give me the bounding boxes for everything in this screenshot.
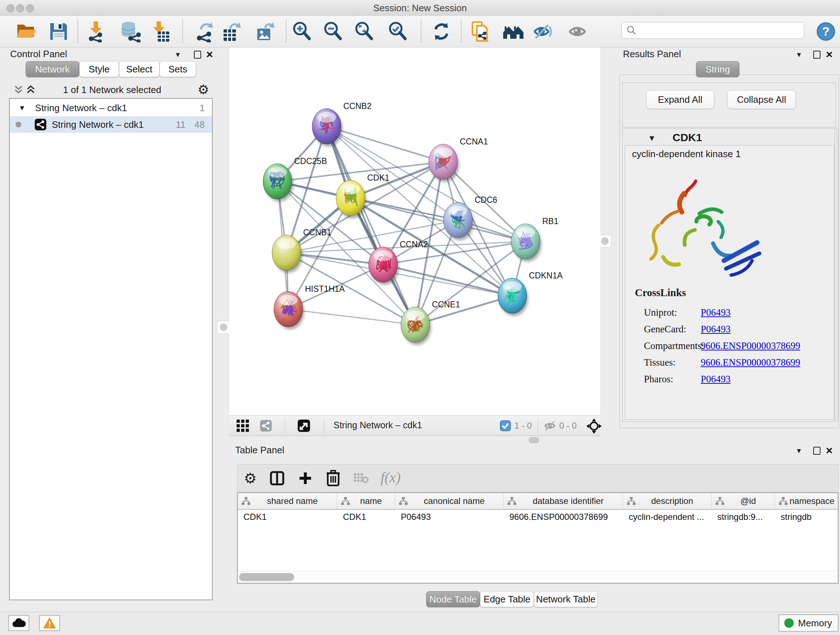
open-session-icon[interactable] [15, 20, 38, 43]
warning-status-button[interactable] [39, 615, 60, 631]
import-network-database-icon[interactable] [119, 20, 141, 43]
collapse-all-button[interactable]: Collapse All [727, 90, 796, 109]
expand-all-button[interactable]: Expand All [646, 90, 714, 109]
results-panel-float-icon[interactable] [813, 51, 821, 59]
show-graphics-details-icon[interactable] [567, 20, 590, 43]
selected-count: 1 - 0 [515, 421, 532, 431]
crosslink-link[interactable]: P06493 [701, 374, 731, 385]
table-panel-close-icon[interactable]: × [826, 445, 833, 456]
toolbar-separator [182, 19, 183, 43]
split-view-icon[interactable] [270, 471, 284, 486]
grid-view-icon[interactable] [237, 420, 249, 432]
home-icon[interactable] [502, 20, 524, 43]
hide-selected-icon[interactable] [532, 20, 554, 43]
results-panel-close-icon[interactable]: × [826, 49, 833, 60]
bottom-splitter-handle[interactable] [529, 437, 539, 443]
help-icon[interactable]: ? [815, 20, 837, 43]
network-graph[interactable]: CCNB2CCNA1CDC25BCDK1CDC6RB1CCNB1CCNA2CDK… [229, 48, 600, 415]
table-cell: stringdb:9... [712, 509, 775, 525]
crosslink-link[interactable]: 9606.ENSP00000378699 [701, 357, 800, 368]
crosslink-link[interactable]: P06493 [701, 324, 731, 335]
refresh-icon[interactable] [430, 20, 453, 43]
birdseye-toggle-icon[interactable] [586, 418, 602, 434]
crosslink-label: Uniprot: [644, 307, 701, 318]
column-header-description[interactable]: description [623, 493, 712, 509]
column-header-name[interactable]: name [337, 493, 395, 509]
crosslink-link[interactable]: 9606.ENSP00000378699 [701, 340, 800, 352]
toolbar-separator [77, 19, 78, 43]
control-panel-collapse-icon[interactable]: ▾ [176, 50, 180, 59]
table-panel-float-icon[interactable] [813, 447, 821, 455]
collection-expand-icon[interactable]: ▼ [19, 104, 26, 112]
expand-all-networks-icon[interactable] [25, 83, 36, 96]
network-node-CDKN1A[interactable]: CDKN1A [498, 271, 563, 316]
control-panel-close-icon[interactable]: × [206, 49, 213, 60]
network-node-CCNE1[interactable]: CCNE1 [401, 300, 460, 345]
collapse-all-networks-icon[interactable] [13, 84, 24, 96]
open-in-new-window-icon[interactable] [297, 419, 310, 432]
network-canvas[interactable]: CCNB2CCNA1CDC25BCDK1CDC6RB1CCNB1CCNA2CDK… [229, 48, 600, 415]
crosslink-link[interactable]: P06493 [701, 307, 731, 318]
save-session-icon[interactable] [47, 20, 70, 43]
selected-checkbox-icon[interactable] [500, 420, 511, 431]
tab-network[interactable]: Network [26, 61, 79, 77]
network-node-HIST1H1A[interactable]: HIST1H1A [274, 284, 345, 329]
zoom-fit-icon[interactable] [353, 20, 376, 43]
network-node-CDC6[interactable]: CDC6 [444, 195, 497, 241]
tab-sets[interactable]: Sets [159, 61, 196, 77]
export-table-icon[interactable] [221, 20, 243, 43]
import-network-file-icon[interactable] [85, 20, 107, 43]
delete-column-trash-icon[interactable] [325, 470, 341, 486]
zoom-selected-icon[interactable] [387, 20, 409, 43]
function-builder-icon[interactable]: f(x) [381, 469, 401, 486]
scrollbar-thumb[interactable] [239, 573, 294, 581]
control-panel-float-icon[interactable] [194, 51, 201, 59]
network-collection-row[interactable]: ▼ String Network – cdk1 1 [10, 100, 212, 116]
search-icon [626, 25, 637, 36]
tab-style[interactable]: Style [79, 61, 119, 77]
import-table-file-icon[interactable] [149, 20, 172, 43]
memory-button[interactable]: Memory [778, 614, 838, 632]
column-header-canonical-name[interactable]: canonical name [395, 493, 504, 509]
network-node-RB1[interactable]: RB1 [511, 217, 559, 262]
cloud-icon [12, 618, 26, 628]
tab-edge-table[interactable]: Edge Table [480, 591, 534, 607]
column-header--id[interactable]: @id [712, 493, 775, 509]
gene-section: ▼ CDK1 cyclin-dependent kinase 1 [622, 128, 836, 422]
network-badge-icon[interactable] [260, 420, 272, 432]
tab-node-table[interactable]: Node Table [426, 591, 480, 607]
memory-status-dot [784, 618, 794, 628]
add-column-icon[interactable] [298, 471, 313, 486]
table-settings-gear-icon[interactable]: ⚙ [244, 471, 257, 486]
network-options-gear-icon[interactable]: ⚙ [197, 83, 209, 96]
right-splitter-handle[interactable] [598, 234, 611, 248]
network-node-CCNB1[interactable]: CCNB1 [272, 228, 332, 273]
export-image-icon[interactable] [255, 20, 277, 43]
tab-string[interactable]: String [696, 61, 739, 77]
tab-select[interactable]: Select [119, 61, 159, 77]
statusbar-separator [324, 418, 324, 434]
crosslink-label: GeneCard: [644, 324, 701, 335]
copy-network-icon[interactable] [470, 20, 492, 43]
hidden-eye-icon[interactable] [543, 420, 557, 432]
delete-table-icon[interactable] [353, 472, 369, 484]
results-scrollbar[interactable] [834, 129, 838, 421]
zoom-in-icon[interactable] [291, 20, 313, 43]
results-panel-collapse-icon[interactable]: ▾ [797, 50, 801, 59]
column-header-namespace[interactable]: namespace [775, 493, 838, 509]
gene-collapse-icon[interactable]: ▼ [648, 134, 656, 143]
search-input[interactable] [637, 25, 799, 36]
export-network-icon[interactable] [193, 20, 216, 43]
toolbar-separator [286, 19, 286, 43]
network-node-CCNA1[interactable]: CCNA1 [429, 137, 488, 182]
column-header-shared-name[interactable]: shared name [238, 493, 337, 509]
cloud-status-button[interactable] [8, 615, 29, 631]
column-header-database-identifier[interactable]: database identifier [504, 493, 623, 509]
zoom-out-icon[interactable] [322, 20, 344, 43]
table-cell: CDK1 [337, 509, 395, 525]
left-splitter-handle[interactable] [217, 321, 230, 334]
network-row[interactable]: String Network – cdk1 11 48 [10, 116, 212, 133]
table-row[interactable]: CDK1CDK1P064939606.ENSP00000378699cyclin… [238, 509, 838, 525]
table-panel-collapse-icon[interactable]: ▾ [797, 446, 801, 455]
tab-network-table[interactable]: Network Table [534, 591, 598, 607]
